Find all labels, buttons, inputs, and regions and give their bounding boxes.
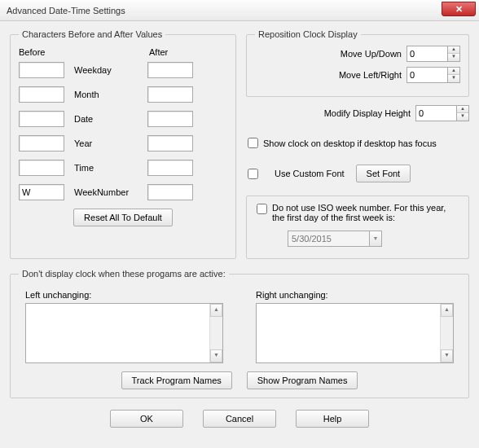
modify-height-label: Modify Display Height (246, 108, 411, 118)
scrollbar[interactable]: ▲ ▼ (440, 304, 453, 362)
header-before: Before (19, 47, 77, 57)
right-unchanging-label: Right unchanging: (256, 290, 454, 300)
reposition-legend: Reposition Clock Display (255, 29, 361, 39)
spin-up-icon[interactable]: ▲ (457, 106, 468, 113)
modify-height-spinner[interactable]: ▲▼ (415, 105, 469, 121)
date-after-input[interactable] (147, 111, 193, 127)
use-custom-font-label: Use Custom Font (275, 169, 345, 178)
help-button[interactable]: Help (296, 410, 369, 428)
year-after-input[interactable] (147, 135, 193, 152)
year-label: Year (64, 138, 136, 148)
move-leftright-label: Move Left/Right (339, 70, 402, 80)
programs-group: Don't display clock when these progams a… (10, 269, 469, 398)
close-button[interactable]: ✕ (442, 2, 476, 16)
cancel-button[interactable]: Cancel (203, 410, 276, 428)
right-unchanging-list[interactable]: ▲ ▼ (256, 303, 454, 363)
scroll-down-icon[interactable]: ▼ (210, 349, 222, 362)
show-program-names-button[interactable]: Show Program Names (247, 371, 358, 389)
date-before-input[interactable] (19, 111, 64, 127)
spin-down-icon[interactable]: ▼ (457, 113, 468, 121)
char-row-year: Year (19, 135, 227, 152)
track-program-names-button[interactable]: Track Program Names (121, 371, 232, 389)
move-updown-input[interactable] (406, 46, 447, 62)
spin-up-icon[interactable]: ▲ (448, 46, 459, 54)
weekday-label: Weekday (64, 65, 136, 75)
weeknumber-label: WeekNumber (64, 187, 136, 197)
characters-group: Characters Before and After Values Befor… (10, 29, 236, 259)
char-row-month: Month (19, 86, 227, 103)
ok-button[interactable]: OK (110, 410, 183, 428)
show-desktop-label: Show clock on desktop if desktop has foc… (263, 138, 437, 148)
header-after: After (149, 47, 221, 57)
scroll-up-icon[interactable]: ▲ (441, 304, 453, 317)
char-row-weekday: Weekday (19, 62, 227, 78)
scroll-down-icon[interactable]: ▼ (441, 349, 453, 362)
iso-label: Do not use ISO week number. For this yea… (272, 203, 460, 222)
scroll-up-icon[interactable]: ▲ (210, 304, 222, 317)
use-custom-font-checkbox[interactable] (248, 169, 258, 179)
weekday-after-input[interactable] (147, 62, 193, 78)
time-before-input[interactable] (19, 160, 64, 176)
move-leftright-input[interactable] (406, 67, 447, 83)
set-font-button[interactable]: Set Font (356, 165, 411, 182)
dropdown-icon[interactable]: ▼ (369, 231, 382, 247)
reposition-group: Reposition Clock Display Move Up/Down ▲▼… (246, 29, 469, 97)
time-after-input[interactable] (147, 160, 193, 176)
window-title: Advanced Date-Time Settings (7, 6, 125, 15)
weeknumber-after-input[interactable] (147, 184, 193, 200)
title-bar: Advanced Date-Time Settings ✕ (0, 0, 479, 21)
modify-height-input[interactable] (415, 105, 456, 121)
spin-down-icon[interactable]: ▼ (448, 75, 459, 82)
month-after-input[interactable] (147, 86, 193, 103)
iso-group: Do not use ISO week number. For this yea… (246, 195, 469, 259)
spin-down-icon[interactable]: ▼ (448, 54, 459, 61)
weekday-before-input[interactable] (19, 62, 64, 78)
weeknumber-before-input[interactable] (19, 184, 64, 200)
reset-all-button[interactable]: Reset All To Default (73, 209, 173, 226)
date-label: Date (64, 114, 136, 124)
year-before-input[interactable] (19, 135, 64, 152)
left-unchanging-list[interactable]: ▲ ▼ (25, 303, 223, 363)
month-label: Month (64, 90, 136, 99)
iso-date-input[interactable] (288, 231, 369, 247)
time-label: Time (64, 163, 136, 173)
show-desktop-checkbox[interactable] (248, 138, 258, 148)
iso-checkbox[interactable] (257, 204, 267, 214)
close-icon: ✕ (455, 4, 463, 15)
char-row-weeknumber: WeekNumber (19, 184, 227, 200)
programs-legend: Don't display clock when these progams a… (19, 269, 229, 279)
char-row-date: Date (19, 111, 227, 127)
move-updown-spinner[interactable]: ▲▼ (406, 46, 460, 62)
spin-up-icon[interactable]: ▲ (448, 68, 459, 75)
characters-legend: Characters Before and After Values (19, 29, 165, 39)
scrollbar[interactable]: ▲ ▼ (209, 304, 222, 362)
move-updown-label: Move Up/Down (341, 49, 402, 59)
left-unchanging-label: Left unchanging: (25, 290, 223, 300)
char-row-time: Time (19, 160, 227, 176)
month-before-input[interactable] (19, 86, 64, 103)
move-leftright-spinner[interactable]: ▲▼ (406, 67, 460, 83)
